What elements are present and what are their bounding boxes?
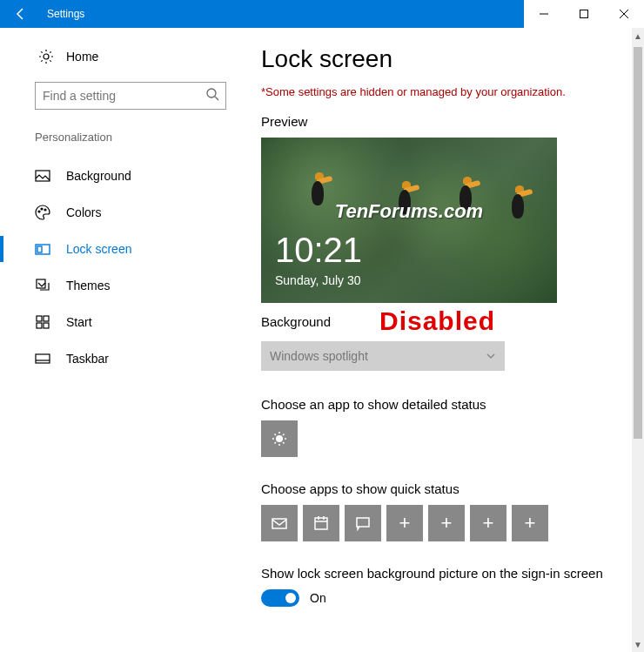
svg-point-5	[41, 208, 43, 210]
quick-status-tile-add[interactable]: +	[512, 505, 548, 541]
svg-rect-10	[37, 316, 42, 321]
sidebar-item-lock-screen[interactable]: Lock screen	[0, 231, 261, 267]
svg-point-4	[38, 211, 40, 212]
svg-rect-13	[44, 323, 49, 328]
disabled-annotation: Disabled	[379, 306, 495, 336]
minimize-button[interactable]	[524, 0, 564, 28]
svg-rect-17	[315, 518, 327, 529]
taskbar-icon	[35, 351, 50, 366]
sidebar: Home Personalization Background Colors L…	[0, 28, 261, 652]
svg-rect-8	[37, 246, 42, 252]
svg-rect-0	[580, 10, 588, 18]
detailed-status-app-tile[interactable]	[261, 420, 298, 457]
mail-icon	[271, 514, 288, 532]
sidebar-item-taskbar[interactable]: Taskbar	[0, 340, 261, 377]
start-icon	[35, 314, 50, 330]
toggle-state-label: On	[310, 591, 326, 605]
signin-bg-label: Show lock screen background picture on t…	[261, 566, 606, 581]
sidebar-item-themes[interactable]: Themes	[0, 267, 261, 304]
maximize-button[interactable]	[564, 0, 604, 28]
background-dropdown: Windows spotlight	[261, 341, 505, 371]
sidebar-item-start[interactable]: Start	[0, 304, 261, 340]
plus-icon: +	[483, 512, 494, 534]
page-title: Lock screen	[261, 45, 606, 73]
plus-icon: +	[399, 512, 411, 534]
policy-warning: *Some settings are hidden or managed by …	[261, 85, 606, 98]
scroll-up-icon[interactable]: ▲	[632, 28, 644, 44]
main-content: Lock screen *Some settings are hidden or…	[261, 28, 637, 652]
watermark-text: TenForums.com	[261, 200, 557, 223]
dropdown-value: Windows spotlight	[270, 349, 368, 363]
svg-point-1	[44, 54, 49, 59]
background-label: Background	[261, 314, 366, 329]
scrollbar-thumb[interactable]	[634, 47, 642, 439]
sidebar-item-label: Lock screen	[66, 242, 131, 256]
svg-point-15	[276, 435, 283, 442]
themes-icon	[35, 278, 50, 293]
scroll-down-icon[interactable]: ▼	[632, 636, 644, 652]
scrollbar[interactable]: ▲ ▼	[632, 28, 644, 652]
preview-label: Preview	[261, 114, 606, 129]
sidebar-item-label: Taskbar	[66, 352, 109, 366]
sidebar-item-label: Start	[66, 315, 92, 329]
svg-rect-16	[272, 519, 286, 528]
sidebar-item-colors[interactable]: Colors	[0, 194, 261, 231]
palette-icon	[35, 205, 50, 220]
picture-icon	[35, 168, 50, 184]
close-button[interactable]	[604, 0, 644, 28]
message-icon	[354, 514, 372, 532]
svg-rect-12	[37, 323, 42, 328]
quick-status-tile-add[interactable]: +	[386, 505, 423, 541]
preview-date: Sunday, July 30	[275, 273, 361, 287]
titlebar: Settings	[0, 0, 644, 28]
svg-rect-11	[44, 316, 49, 321]
chevron-down-icon	[486, 350, 496, 364]
quick-status-tile-calendar[interactable]	[303, 505, 339, 541]
sidebar-group-header: Personalization	[0, 131, 261, 158]
plus-icon: +	[441, 512, 453, 534]
plus-icon: +	[525, 512, 536, 534]
svg-rect-14	[36, 354, 50, 363]
quick-status-tile-add[interactable]: +	[470, 505, 506, 541]
signin-bg-toggle[interactable]	[261, 589, 299, 607]
quick-status-tile-add[interactable]: +	[428, 505, 465, 541]
sidebar-item-label: Colors	[66, 205, 101, 219]
calendar-icon	[312, 514, 330, 532]
window-title: Settings	[47, 8, 524, 20]
quick-status-tile-mail[interactable]	[261, 505, 298, 541]
sidebar-item-background[interactable]: Background	[0, 158, 261, 194]
sidebar-item-label: Background	[66, 169, 131, 183]
home-button[interactable]: Home	[0, 40, 261, 73]
gear-icon	[38, 49, 54, 64]
home-label: Home	[66, 50, 98, 64]
preview-time: 10:21	[275, 231, 362, 270]
sidebar-item-label: Themes	[66, 279, 111, 292]
back-button[interactable]	[0, 0, 42, 28]
quick-status-tile-messaging[interactable]	[345, 505, 381, 541]
search-icon	[205, 87, 219, 104]
detailed-status-label: Choose an app to show detailed status	[261, 397, 606, 412]
quick-status-label: Choose apps to show quick status	[261, 481, 606, 496]
lock-screen-icon	[35, 241, 50, 257]
svg-rect-18	[357, 518, 369, 527]
svg-point-6	[44, 209, 46, 211]
weather-icon	[271, 430, 288, 447]
search-input[interactable]	[35, 82, 226, 110]
lock-screen-preview: TenForums.com 10:21 Sunday, July 30	[261, 138, 557, 303]
svg-point-2	[207, 89, 216, 97]
